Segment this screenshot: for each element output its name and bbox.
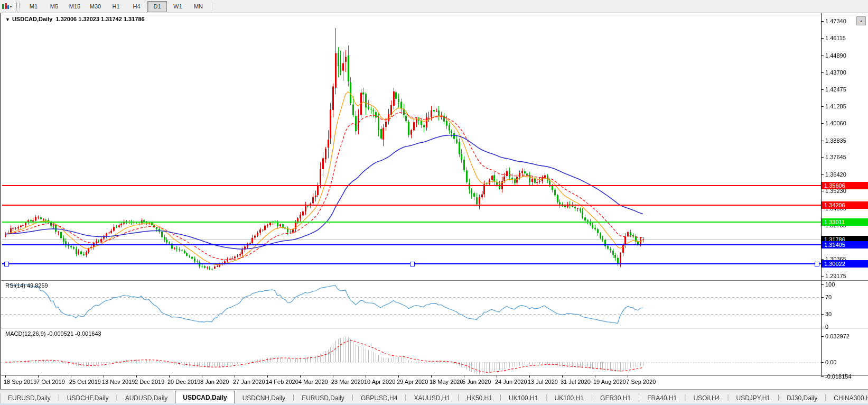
chart-tab-usdjpy-h1[interactable]: USDJPY,H1 (729, 392, 778, 404)
timeframe-buttons: M1M5M15M30H1H4D1W1MN (23, 1, 209, 12)
chevron-down-icon: ▾ (10, 4, 12, 9)
chart-tab-fra40-h1[interactable]: FRA40,H1 (640, 392, 684, 404)
chart-tab-xauusd-h1[interactable]: XAUUSD,H1 (406, 392, 458, 404)
timeframe-button-m5[interactable]: M5 (44, 1, 64, 12)
chart-tabbar: EURUSD,Daily|USDCHF,Daily|AUDUSD,DailyUS… (0, 389, 868, 404)
chart-tab-eurusd-daily[interactable]: EURUSD,Daily (1, 392, 58, 404)
timeframe-button-m15[interactable]: M15 (65, 1, 85, 12)
timeframe-button-m1[interactable]: M1 (24, 1, 43, 12)
chart-tab-uk100-h1[interactable]: UK100,H1 (547, 392, 591, 404)
timeframe-button-mn[interactable]: MN (189, 1, 208, 12)
chart-tabs: EURUSD,Daily|USDCHF,Daily|AUDUSD,DailyUS… (1, 391, 868, 404)
chart-tab-china300-h1[interactable]: CHINA300,H1 (826, 392, 868, 404)
chart-tab-eurusd-daily[interactable]: EURUSD,Daily (294, 392, 352, 404)
chart-tab-hk50-h1[interactable]: HK50,H1 (459, 392, 500, 404)
timeframe-toolbar: ▾ M1M5M15M30H1H4D1W1MN (0, 0, 868, 13)
chart-tab-dj30-daily[interactable]: DJ30,Daily (779, 392, 825, 404)
chart-tab-usdcad-daily[interactable]: USDCAD,Daily (175, 391, 235, 404)
chart-tab-ger30-h1[interactable]: GER30,H1 (593, 392, 638, 404)
timeframe-button-h4[interactable]: H4 (127, 1, 146, 12)
chart-tab-audusd-daily[interactable]: AUDUSD,Daily (118, 392, 175, 404)
charts-toolbar-icon[interactable]: ▾ (2, 2, 12, 11)
chart-tab-usoil-h4[interactable]: USOil,H4 (686, 392, 727, 404)
timeframe-button-m30[interactable]: M30 (86, 1, 105, 12)
mt4-window: ▾ M1M5M15M30H1H4D1W1MN ▼USDCAD,Daily 1.3… (0, 0, 868, 405)
chart-tab-uk100-h1[interactable]: UK100,H1 (501, 392, 545, 404)
price-chart-canvas[interactable] (1, 13, 868, 389)
timeframe-button-d1[interactable]: D1 (147, 1, 167, 12)
chart-window: ▼USDCAD,Daily 1.32006 1.32023 1.31742 1.… (0, 13, 868, 389)
chart-tab-usdcnh-daily[interactable]: USDCNH,Daily (235, 392, 293, 404)
timeframe-button-h1[interactable]: H1 (106, 1, 126, 12)
toolbar-separator (212, 2, 212, 11)
chart-tab-usdchf-daily[interactable]: USDCHF,Daily (60, 392, 116, 404)
timeframe-button-w1[interactable]: W1 (168, 1, 188, 12)
bar-chart-icon (2, 3, 9, 10)
toolbar-drag-handle[interactable] (16, 2, 20, 11)
chart-tab-gbpusd-h4[interactable]: GBPUSD,H4 (353, 392, 405, 404)
